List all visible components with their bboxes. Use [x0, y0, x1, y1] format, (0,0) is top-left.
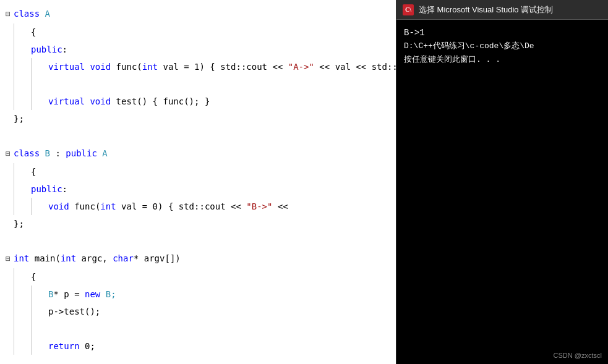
code-line: virtual void test() { func(); } [0, 93, 396, 110]
fold-button[interactable]: ⊟ [2, 146, 14, 163]
code-token: void [90, 96, 116, 106]
terminal-body: B->1 D:\C++代码练习\c-code\多态\De 按任意键关闭此窗口. … [396, 20, 608, 73]
code-token: B [45, 148, 56, 158]
code-line: }; [0, 215, 396, 232]
terminal-icon: C\ [403, 4, 414, 15]
code-token: int [100, 201, 121, 211]
indent-guide [14, 163, 31, 180]
code-tokens: class A [14, 5, 50, 22]
code-line: { [0, 163, 396, 180]
code-token: << [272, 201, 288, 211]
code-tokens: class B : public A [14, 145, 108, 162]
code-token: public [66, 148, 102, 158]
code-token: { [31, 272, 36, 282]
terminal-titlebar: C\ 选择 Microsoft Visual Studio 调试控制 [396, 0, 608, 20]
code-token: }; [14, 114, 24, 124]
fold-button[interactable]: ⊟ [2, 6, 14, 23]
code-token: public [31, 44, 62, 54]
code-line: ⊟int main(int argc, char* argv[]) [0, 250, 396, 268]
code-token: { [31, 167, 36, 177]
indent-guide [14, 23, 31, 41]
code-token: int [14, 253, 35, 263]
code-line [0, 75, 396, 93]
indent-guide [31, 198, 48, 215]
terminal-hint-line: 按任意键关闭此窗口. . . [404, 53, 601, 67]
code-tokens: void func(int val = 0) { std::cout << "B… [48, 198, 288, 215]
code-line: B* p = new B; [0, 286, 396, 303]
code-token: { [31, 27, 36, 37]
code-token: return [48, 341, 85, 351]
code-token: A [45, 9, 50, 19]
code-line: public: [0, 41, 396, 58]
code-line [0, 127, 396, 145]
indent-guide [31, 93, 48, 110]
code-token: main [35, 253, 56, 263]
terminal-panel: C\ 选择 Microsoft Visual Studio 调试控制 B->1 … [396, 0, 608, 364]
code-token: 0; [85, 341, 95, 351]
code-token: argc, [82, 253, 113, 263]
indent-guide [14, 337, 31, 355]
code-tokens: return 0; [48, 337, 95, 355]
indent-guide [14, 268, 31, 286]
code-line [0, 232, 396, 250]
code-tokens: B* p = new B; [48, 286, 116, 303]
code-token: * argv[]) [134, 253, 181, 263]
code-tokens: int main(int argc, char* argv[]) [14, 250, 181, 267]
code-line: ⊟class B : public A [0, 145, 396, 163]
code-line: ⊟class A [0, 5, 396, 23]
terminal-path-line: D:\C++代码练习\c-code\多态\De [404, 40, 601, 53]
code-token: class [14, 148, 45, 158]
code-token: new [85, 289, 106, 299]
indent-guide [14, 93, 31, 110]
code-tokens: p->test(); [48, 303, 100, 320]
code-token: << val << std:: [314, 62, 396, 72]
code-token: * p = [53, 289, 85, 299]
code-tokens: public: [31, 180, 67, 198]
code-line: }; [0, 110, 396, 127]
code-line: { [0, 23, 396, 41]
indent-guide [14, 286, 31, 303]
code-token: A [102, 148, 107, 158]
code-tokens: }; [14, 110, 24, 127]
code-token: "B->" [246, 201, 272, 211]
code-tokens: virtual void test() { func(); } [48, 93, 210, 110]
terminal-title: 选择 Microsoft Visual Studio 调试控制 [419, 4, 553, 15]
code-token: func [116, 62, 137, 72]
code-line: return 0; [0, 337, 396, 355]
indent-guide [14, 198, 31, 215]
indent-guide [31, 75, 48, 93]
code-token: ( [55, 253, 60, 263]
indent-guide [14, 303, 31, 320]
code-token: B; [106, 289, 116, 299]
code-line [0, 320, 396, 337]
indent-guide [31, 303, 48, 320]
indent-guide [31, 320, 48, 337]
terminal-output-line: B->1 [404, 26, 601, 40]
code-token: p->test(); [48, 307, 100, 316]
code-line: void func(int val = 0) { std::cout << "B… [0, 198, 396, 215]
code-token: : [62, 184, 67, 194]
code-token: public [31, 184, 62, 194]
code-token: virtual [48, 96, 90, 106]
code-token: test() { func(); } [116, 96, 210, 106]
code-tokens: { [31, 163, 36, 180]
code-line: { [0, 268, 396, 286]
terminal-watermark: CSDN @zxctscl [554, 352, 602, 359]
fold-button[interactable]: ⊟ [2, 251, 14, 268]
code-token: : [55, 148, 66, 158]
code-line: p->test(); [0, 303, 396, 320]
code-tokens: { [31, 23, 36, 41]
code-token: int [61, 253, 82, 263]
code-token: : [62, 44, 67, 54]
code-token: void [90, 62, 116, 72]
code-line: public: [0, 180, 396, 198]
code-tokens: }; [14, 215, 24, 232]
code-tokens: virtual void func(int val = 1) { std::co… [48, 58, 396, 75]
code-token: ( [137, 62, 142, 72]
indent-guide [14, 180, 31, 198]
code-token: virtual [48, 62, 90, 72]
code-token: }; [14, 219, 24, 229]
code-tokens: { [31, 268, 36, 286]
indent-guide [14, 41, 31, 58]
indent-guide [14, 75, 31, 93]
